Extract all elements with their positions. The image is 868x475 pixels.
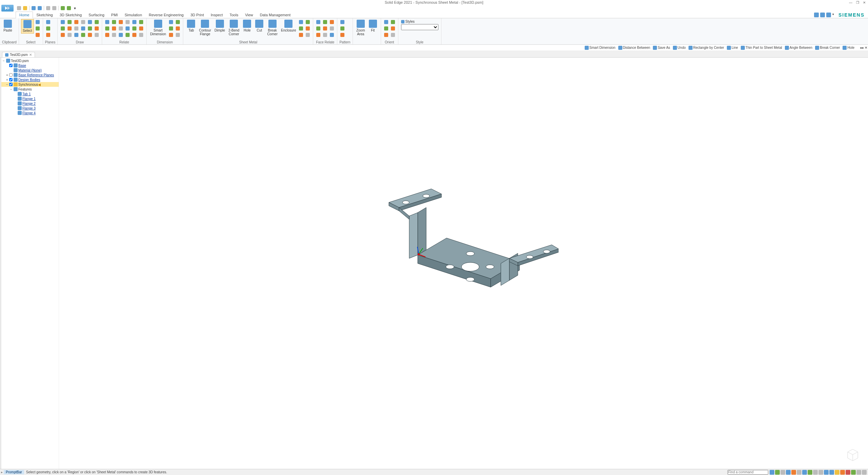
sec-line-button[interactable]: Line — [727, 46, 738, 50]
small-tool-button[interactable] — [315, 25, 321, 32]
small-tool-button[interactable] — [45, 32, 51, 38]
qat-print-icon[interactable] — [45, 5, 51, 11]
qat-saveall-icon[interactable] — [37, 5, 42, 11]
small-tool-button[interactable] — [80, 25, 86, 32]
qat-redo-icon[interactable] — [66, 5, 72, 11]
sec-save-as-button[interactable]: Save As — [653, 46, 670, 50]
small-tool-button[interactable] — [35, 25, 41, 32]
status-icon[interactable] — [797, 470, 801, 475]
sec-angle-between-button[interactable]: Angle Between — [785, 46, 812, 50]
qat-undo-icon[interactable] — [60, 5, 65, 11]
small-tool-button[interactable] — [315, 19, 321, 25]
ribbon-tab-view[interactable]: View — [242, 12, 257, 18]
expand-icon[interactable]: − — [10, 87, 13, 91]
small-tool-button[interactable] — [35, 32, 41, 38]
small-tool-button[interactable] — [80, 32, 86, 38]
small-tool-button[interactable] — [94, 32, 100, 38]
small-tool-button[interactable] — [87, 32, 93, 38]
small-tool-button[interactable] — [390, 25, 396, 32]
ribbon-tab-pmi[interactable]: PMI — [108, 12, 121, 18]
sec-close-icon[interactable]: ✕ — [865, 46, 867, 50]
smart-dimension-button[interactable]: SmartDimension — [149, 19, 167, 37]
small-tool-button[interactable] — [298, 19, 304, 25]
ribbon-tab-simulation[interactable]: Simulation — [121, 12, 145, 18]
ribbon-tab-tools[interactable]: Tools — [226, 12, 242, 18]
expand-icon[interactable]: − — [2, 59, 5, 63]
sec-thin-part-to-sheet-metal-button[interactable]: Thin Part to Sheet Metal — [741, 46, 782, 50]
graphics-viewport[interactable] — [59, 58, 868, 469]
status-icon[interactable] — [846, 470, 850, 475]
small-tool-button[interactable] — [322, 19, 328, 25]
small-tool-button[interactable] — [383, 25, 389, 32]
small-tool-button[interactable] — [322, 25, 328, 32]
small-tool-button[interactable] — [125, 19, 131, 25]
status-icon[interactable] — [775, 470, 780, 475]
small-tool-button[interactable] — [138, 19, 144, 25]
sec-left-icon[interactable]: ◂ — [860, 46, 862, 50]
ribbon-opt2-icon[interactable] — [820, 13, 825, 17]
ribbon-help-icon[interactable] — [826, 13, 831, 17]
hole-button[interactable]: Hole — [241, 19, 253, 33]
pathfinder-item[interactable]: −Synchronous ◀ — [1, 82, 59, 87]
small-tool-button[interactable] — [339, 19, 345, 25]
small-tool-button[interactable] — [111, 19, 117, 25]
small-tool-button[interactable] — [298, 32, 304, 38]
status-icon[interactable] — [862, 470, 867, 475]
small-tool-button[interactable] — [45, 25, 51, 32]
small-tool-button[interactable] — [329, 32, 335, 38]
pathfinder-root[interactable]: − Test3D.psm — [1, 58, 59, 63]
small-tool-button[interactable] — [305, 19, 311, 25]
small-tool-button[interactable] — [67, 25, 73, 32]
small-tool-button[interactable] — [175, 32, 181, 38]
small-tool-button[interactable] — [329, 19, 335, 25]
ribbon-tab-inspect[interactable]: Inspect — [207, 12, 226, 18]
ribbon-opt1-icon[interactable] — [814, 13, 819, 17]
dimple-button[interactable]: Dimple — [213, 19, 226, 33]
pathfinder-item[interactable]: Flange 4 — [1, 111, 59, 115]
small-tool-button[interactable] — [175, 25, 181, 32]
small-tool-button[interactable] — [60, 32, 66, 38]
small-tool-button[interactable] — [118, 25, 124, 32]
status-icon[interactable] — [818, 470, 823, 475]
small-tool-button[interactable] — [138, 25, 144, 32]
pathfinder-tree[interactable]: − Test3D.psm BaseMaterial (None)+Base Re… — [1, 58, 59, 469]
small-tool-button[interactable] — [87, 25, 93, 32]
close-button[interactable]: ✕ — [862, 0, 867, 4]
sec-smart-dimension-button[interactable]: Smart Dimension — [585, 46, 616, 50]
small-tool-button[interactable] — [60, 25, 66, 32]
visibility-checkbox[interactable] — [9, 73, 13, 77]
pathfinder-item[interactable]: Base — [1, 63, 59, 68]
small-tool-button[interactable] — [73, 32, 79, 38]
break-corner-button[interactable]: BreakCorner — [266, 19, 279, 37]
ribbon-tab-sketching[interactable]: Sketching — [33, 12, 56, 18]
small-tool-button[interactable] — [322, 32, 328, 38]
status-icon[interactable] — [824, 470, 829, 475]
small-tool-button[interactable] — [60, 19, 66, 25]
paste-button[interactable]: Paste — [2, 19, 14, 33]
status-icon[interactable] — [791, 470, 796, 475]
view-cube[interactable] — [844, 445, 861, 462]
small-tool-button[interactable] — [383, 32, 389, 38]
small-tool-button[interactable] — [131, 32, 137, 38]
enclosure-button[interactable]: Enclosure — [280, 19, 297, 33]
status-icon[interactable] — [813, 470, 818, 475]
qat-new-icon[interactable] — [16, 5, 22, 11]
sec-break-corner-button[interactable]: Break Corner — [815, 46, 840, 50]
expand-icon[interactable]: + — [5, 78, 9, 82]
small-tool-button[interactable] — [329, 25, 335, 32]
small-tool-button[interactable] — [339, 25, 345, 32]
small-tool-button[interactable] — [94, 19, 100, 25]
status-icon[interactable] — [770, 470, 774, 475]
tab-button[interactable]: Tab — [185, 19, 197, 33]
small-tool-button[interactable] — [87, 19, 93, 25]
status-icon[interactable] — [802, 470, 807, 475]
small-tool-button[interactable] — [35, 19, 41, 25]
small-tool-button[interactable] — [125, 32, 131, 38]
small-tool-button[interactable] — [125, 25, 131, 32]
visibility-checkbox[interactable] — [9, 64, 13, 67]
styles-select[interactable] — [401, 24, 438, 30]
status-icon[interactable] — [840, 470, 845, 475]
pathfinder-item[interactable]: +Design Bodies — [1, 77, 59, 82]
small-tool-button[interactable] — [138, 32, 144, 38]
small-tool-button[interactable] — [73, 19, 79, 25]
